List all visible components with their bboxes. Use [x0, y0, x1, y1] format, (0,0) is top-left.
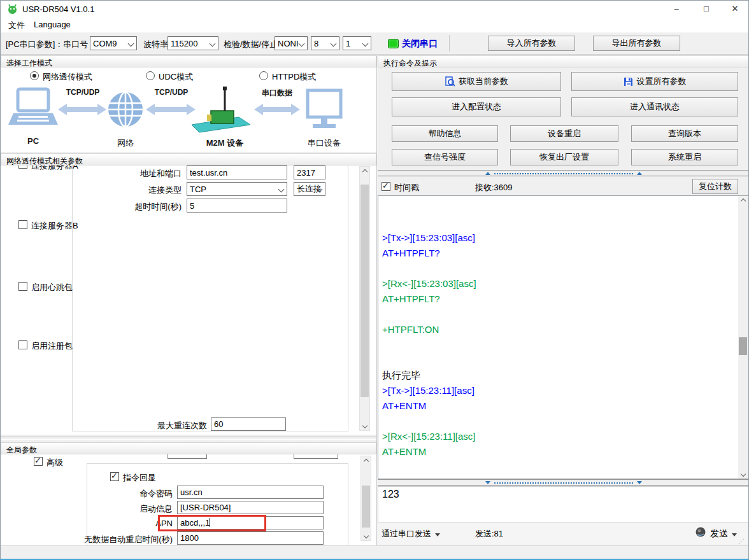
device-reboot-button[interactable]: 设备重启: [510, 125, 618, 142]
advanced-label: 高级: [46, 457, 63, 468]
scroll-up-icon[interactable]: [360, 167, 369, 176]
resize-grip[interactable]: ⋰: [738, 538, 746, 545]
dropdown-caret-icon: [732, 533, 737, 536]
timeout-input[interactable]: [187, 199, 287, 213]
scroll-up-icon[interactable]: [738, 196, 748, 206]
menu-item-language[interactable]: Language: [31, 20, 73, 29]
max-reconnect-input[interactable]: [211, 417, 286, 431]
timeout-label: 超时时间(秒): [77, 201, 182, 213]
server-addr-input[interactable]: [187, 165, 287, 179]
chevron-down-icon: [362, 41, 369, 47]
log-line: +HTPFLT:ON: [378, 322, 749, 337]
scroll-down-icon[interactable]: [738, 469, 748, 479]
query-version-button[interactable]: 查询版本: [631, 125, 738, 142]
send-controls: 通过串口发送 发送:81 发送: [378, 522, 749, 545]
export-params-button[interactable]: 导出所有参数: [593, 36, 680, 51]
section-divider: [1, 436, 376, 440]
close-button[interactable]: ✕: [720, 1, 749, 17]
conn-mode-combo[interactable]: 长连接: [294, 182, 325, 196]
commands-header: 执行命令及提示: [378, 55, 749, 67]
close-port-button[interactable]: 关闭串口: [402, 38, 438, 50]
timestamp-checkbox[interactable]: [382, 182, 390, 191]
log-area[interactable]: >[Tx->][15:23:03][asc] AT+HTPFLT? >[Rx<-…: [378, 195, 749, 479]
minimize-button[interactable]: –: [662, 1, 691, 17]
radio-udc-mode[interactable]: [146, 71, 155, 80]
send-button[interactable]: 发送: [710, 528, 737, 540]
log-line: [378, 414, 749, 429]
advanced-checkbox[interactable]: [34, 457, 43, 466]
heartbeat-checkbox[interactable]: [18, 282, 27, 291]
cmd-password-label: 命令密码: [77, 488, 173, 500]
workmode-header: 选择工作模式: [1, 55, 376, 67]
splitter-dots: [494, 173, 633, 174]
echo-label: 指令回显: [123, 472, 156, 484]
conn-type-combo[interactable]: TCP: [187, 182, 287, 196]
enter-comm-button[interactable]: 进入通讯状态: [571, 97, 738, 116]
splitter-arrow-down-icon: [637, 481, 642, 484]
scrollbar-thumb[interactable]: [360, 185, 369, 397]
server-a-checkbox[interactable]: [18, 165, 27, 169]
dropdown-caret-icon: [435, 533, 440, 536]
log-line: AT+HTPFLT?: [378, 291, 749, 307]
parity-combo[interactable]: NONI: [275, 36, 308, 50]
log-line: [378, 459, 749, 475]
radio-httpd-mode[interactable]: [259, 71, 268, 80]
echo-checkbox[interactable]: [110, 472, 119, 481]
com-port-combo[interactable]: COM9: [90, 36, 137, 50]
global-scrollbar[interactable]: [360, 456, 371, 541]
set-params-button[interactable]: 设置所有参数: [571, 72, 738, 91]
enter-config-button[interactable]: 进入配置状态: [392, 97, 561, 116]
regpack-checkbox[interactable]: [18, 340, 27, 349]
no-data-restart-input[interactable]: [177, 531, 324, 545]
maximize-button[interactable]: □: [692, 1, 721, 17]
factory-reset-button[interactable]: 恢复出厂设置: [510, 149, 618, 165]
clipped-input: [168, 454, 207, 459]
log-line: AT+ENTM: [378, 398, 749, 414]
netparams-scrollbar[interactable]: [359, 166, 370, 431]
radio-httpd-label: HTTPD模式: [272, 71, 316, 83]
baud-combo[interactable]: 115200: [168, 36, 218, 50]
scroll-down-icon[interactable]: [360, 421, 369, 430]
send-input[interactable]: 123: [378, 486, 749, 522]
splitter-dots: [494, 482, 633, 484]
no-data-restart-label: 无数据自动重启时间(秒): [77, 534, 173, 545]
scroll-down-icon[interactable]: [361, 531, 371, 540]
cmd-password-input[interactable]: [177, 486, 324, 499]
databits-combo[interactable]: 8: [311, 36, 339, 50]
radio-transparent-label: 网络透传模式: [43, 71, 92, 83]
radio-udc-label: UDC模式: [159, 71, 193, 83]
diagram-node-label-pc: PC: [14, 136, 52, 146]
magnifier-doc-icon: [445, 76, 455, 87]
log-scrollbar[interactable]: [738, 196, 749, 479]
boot-message-input[interactable]: [177, 501, 324, 514]
menu-item-file[interactable]: 文件: [6, 20, 27, 31]
import-params-button[interactable]: 导入所有参数: [488, 36, 575, 51]
help-button[interactable]: 帮助信息: [392, 125, 498, 142]
splitter-bottom[interactable]: [378, 479, 749, 486]
scrollbar-thumb[interactable]: [362, 486, 370, 528]
toolbar-separator: [449, 35, 450, 52]
panel-divider: [376, 55, 377, 545]
radio-transparent-mode[interactable]: [30, 71, 39, 80]
chevron-down-icon: [210, 41, 216, 47]
reset-count-button[interactable]: 复位计数: [692, 179, 738, 194]
splitter-top[interactable]: [378, 170, 749, 177]
server-port-input[interactable]: [294, 165, 325, 179]
system-restart-button[interactable]: 系统重启: [631, 149, 738, 165]
floppy-save-icon: [624, 77, 633, 87]
scroll-up-icon[interactable]: [361, 456, 371, 466]
send-input-value: 123: [382, 489, 399, 500]
scrollbar-thumb[interactable]: [739, 337, 747, 355]
stopbits-combo[interactable]: 1: [343, 36, 371, 50]
sound-icon: [695, 526, 706, 538]
signal-strength-button[interactable]: 查信号强度: [392, 149, 498, 165]
server-b-checkbox[interactable]: [18, 220, 27, 229]
log-line: >[Tx->][15:23:11][asc]: [378, 383, 749, 398]
netparams-header: 网络透传模式相关参数: [1, 153, 376, 165]
netparams-panel: 连接服务器A 地址和端口 连接类型 TCP 长连接 超时时间(秒) 连接服务器B…: [1, 165, 376, 435]
send-via-dropdown[interactable]: 通过串口发送: [382, 528, 440, 540]
log-line: [378, 353, 749, 368]
get-params-button[interactable]: 获取当前参数: [392, 72, 561, 91]
titlebar: USR-DR504 V1.0.1 – □ ✕: [1, 1, 749, 17]
addr-port-label: 地址和端口: [77, 168, 182, 179]
